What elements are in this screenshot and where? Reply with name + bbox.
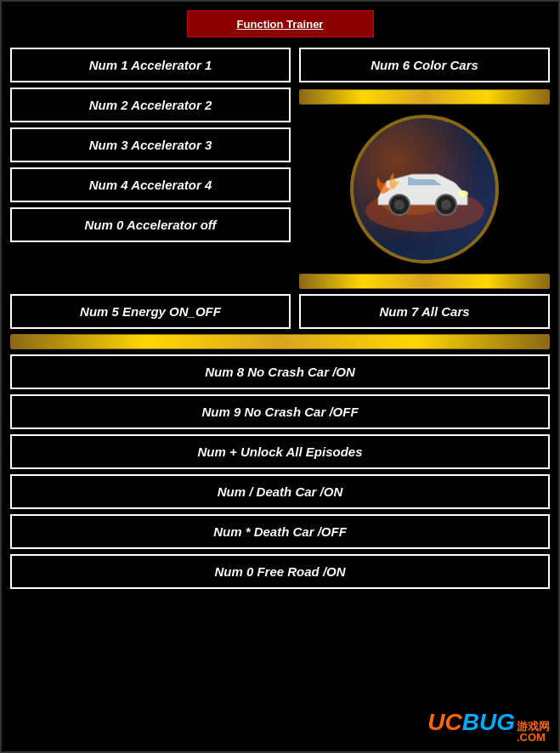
svg-point-3	[394, 200, 404, 210]
car-image-area	[299, 115, 550, 263]
num9-button[interactable]: Num 9 No Crash Car /OFF	[10, 394, 550, 429]
num0-bottom-button[interactable]: Num 0 Free Road /ON	[10, 554, 550, 589]
numplus-button[interactable]: Num + Unlock All Episodes	[10, 434, 550, 469]
mid-row: Num 5 Energy ON_OFF Num 7 All Cars	[10, 294, 550, 329]
app-title: Function Trainer	[237, 18, 324, 31]
left-column: Num 1 Accelerator 1 Num 2 Accelerator 2 …	[10, 48, 291, 291]
top-section: Num 1 Accelerator 1 Num 2 Accelerator 2 …	[10, 48, 550, 291]
main-container: Function Trainer Num 1 Accelerator 1 Num…	[0, 0, 560, 753]
bottom-buttons: Num 8 No Crash Car /ON Num 9 No Crash Ca…	[10, 354, 550, 589]
right-column: Num 6 Color Cars	[299, 48, 550, 291]
watermark-uc: UC	[427, 709, 461, 736]
watermark: UC BUG 游戏网 .COM	[427, 709, 550, 743]
watermark-com: .COM	[517, 732, 550, 743]
num6-button[interactable]: Num 6 Color Cars	[299, 48, 550, 82]
mid-right: Num 7 All Cars	[299, 294, 550, 329]
gold-bar-top	[299, 89, 550, 105]
gold-bar-mid	[299, 274, 550, 289]
nummul-button[interactable]: Num * Death Car /OFF	[10, 514, 550, 549]
num2-button[interactable]: Num 2 Accelerator 2	[10, 88, 291, 122]
car-circle	[350, 115, 499, 263]
num5-button[interactable]: Num 5 Energy ON_OFF	[10, 294, 291, 329]
num7-button[interactable]: Num 7 All Cars	[299, 294, 550, 329]
num1-button[interactable]: Num 1 Accelerator 1	[10, 48, 291, 82]
num0-top-button[interactable]: Num 0 Accelerator off	[10, 207, 291, 242]
num4-button[interactable]: Num 4 Accelerator 4	[10, 167, 291, 202]
watermark-rest: 游戏网 .COM	[517, 721, 550, 743]
num8-button[interactable]: Num 8 No Crash Car /ON	[10, 354, 550, 389]
full-gold-bar	[10, 334, 550, 349]
num3-button[interactable]: Num 3 Accelerator 3	[10, 127, 291, 162]
numdiv-button[interactable]: Num / Death Car /ON	[10, 474, 550, 509]
watermark-bug: BUG	[462, 709, 515, 736]
mid-left: Num 5 Energy ON_OFF	[10, 294, 291, 329]
title-bar: Function Trainer	[187, 10, 374, 37]
svg-point-6	[458, 190, 468, 197]
car-svg	[361, 147, 489, 232]
svg-point-5	[441, 200, 451, 210]
